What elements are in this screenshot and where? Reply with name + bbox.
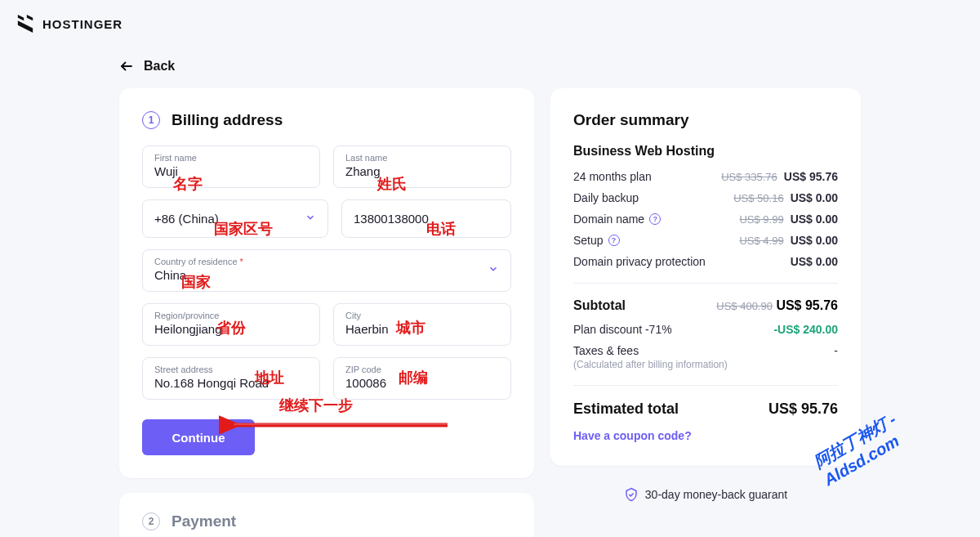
summary-line: Setup?US$ 4.99US$ 0.00 bbox=[573, 234, 838, 247]
guarantee-text: 30-day money-back guarant bbox=[645, 488, 787, 501]
payment-card: 2 Payment bbox=[119, 493, 534, 537]
logo-icon bbox=[16, 15, 34, 33]
summary-line-label: Domain privacy protection bbox=[573, 255, 706, 268]
step-number-2: 2 bbox=[142, 512, 160, 530]
first-name-field[interactable]: First name Wuji bbox=[142, 145, 320, 188]
zip-field[interactable]: ZIP code 100086 bbox=[333, 357, 511, 400]
summary-line: Domain privacy protectionUS$ 0.00 bbox=[573, 255, 838, 268]
info-icon[interactable]: ? bbox=[608, 235, 620, 246]
zip-value: 100086 bbox=[345, 376, 386, 390]
estimated-value: US$ 95.76 bbox=[768, 401, 838, 418]
shield-icon bbox=[624, 487, 639, 502]
discount-value: -US$ 240.00 bbox=[773, 323, 838, 336]
billing-address-card: 1 Billing address First name Wuji Last n… bbox=[119, 88, 534, 478]
summary-line-price: US$ 0.00 bbox=[791, 213, 838, 226]
summary-line-strike: US$ 50.16 bbox=[733, 192, 783, 204]
plan-name: Business Web Hosting bbox=[573, 144, 838, 159]
summary-line: Domain name?US$ 9.99US$ 0.00 bbox=[573, 213, 838, 226]
summary-line-strike: US$ 335.76 bbox=[721, 171, 777, 183]
subtotal-strike: US$ 400.90 bbox=[716, 300, 773, 312]
chevron-down-icon bbox=[305, 212, 316, 226]
summary-line-price: US$ 0.00 bbox=[791, 255, 838, 268]
first-name-value: Wuji bbox=[154, 164, 178, 178]
last-name-field[interactable]: Last name Zhang bbox=[333, 145, 511, 188]
country-label: Country of residence * bbox=[154, 257, 499, 266]
city-field[interactable]: City Haerbin bbox=[333, 303, 511, 346]
phone-code-value: +86 (China) bbox=[154, 212, 219, 226]
summary-line-label: Setup bbox=[573, 234, 604, 247]
summary-line-price: US$ 0.00 bbox=[791, 191, 838, 204]
brand-name: HOSTINGER bbox=[42, 17, 122, 31]
guarantee-row: 30-day money-back guarant bbox=[550, 487, 861, 502]
last-name-value: Zhang bbox=[345, 164, 381, 178]
summary-line: Daily backupUS$ 50.16US$ 0.00 bbox=[573, 191, 838, 204]
region-value: Heilongjiang bbox=[154, 322, 222, 336]
chevron-down-icon bbox=[488, 263, 499, 278]
summary-line-strike: US$ 9.99 bbox=[739, 213, 783, 226]
divider bbox=[573, 385, 838, 386]
city-label: City bbox=[345, 311, 499, 320]
street-label: Street address bbox=[154, 365, 308, 374]
info-icon[interactable]: ? bbox=[649, 213, 661, 225]
country-select[interactable]: Country of residence * China bbox=[142, 249, 511, 292]
order-summary-card: Order summary Business Web Hosting 24 mo… bbox=[550, 88, 861, 466]
subtotal-price: US$ 95.76 bbox=[776, 298, 838, 312]
summary-line: 24 months planUS$ 335.76US$ 95.76 bbox=[573, 170, 838, 183]
payment-title: Payment bbox=[172, 512, 236, 530]
discount-label: Plan discount -71% bbox=[573, 323, 672, 336]
back-label: Back bbox=[144, 59, 175, 74]
arrow-left-icon bbox=[119, 59, 134, 74]
street-field[interactable]: Street address No.168 Hongqi Road bbox=[142, 357, 320, 400]
last-name-label: Last name bbox=[345, 153, 499, 163]
taxes-value: - bbox=[834, 344, 838, 357]
summary-line-strike: US$ 4.99 bbox=[739, 235, 783, 247]
first-name-label: First name bbox=[154, 153, 308, 163]
summary-line-price: US$ 95.76 bbox=[784, 170, 838, 183]
summary-line-label: 24 months plan bbox=[573, 170, 652, 183]
region-field[interactable]: Region/province Heilongjiang bbox=[142, 303, 320, 346]
zip-label: ZIP code bbox=[345, 365, 499, 374]
logo: HOSTINGER bbox=[16, 15, 964, 33]
region-label: Region/province bbox=[154, 311, 308, 320]
header: HOSTINGER bbox=[0, 0, 980, 46]
billing-title: Billing address bbox=[172, 111, 283, 129]
summary-title: Order summary bbox=[573, 111, 838, 129]
taxes-note: (Calculated after billing information) bbox=[573, 359, 838, 370]
coupon-link[interactable]: Have a coupon code? bbox=[573, 429, 692, 442]
subtotal-label: Subtotal bbox=[573, 298, 626, 313]
phone-value: 13800138000 bbox=[354, 212, 429, 226]
estimated-label: Estimated total bbox=[573, 401, 679, 418]
summary-line-label: Daily backup bbox=[573, 191, 639, 204]
street-value: No.168 Hongqi Road bbox=[154, 376, 269, 390]
taxes-label: Taxes & fees bbox=[573, 344, 639, 357]
back-button[interactable]: Back bbox=[119, 59, 980, 74]
step-number-1: 1 bbox=[142, 111, 160, 129]
phone-field[interactable]: 13800138000 bbox=[341, 199, 511, 238]
continue-button[interactable]: Continue bbox=[142, 419, 255, 455]
country-value: China bbox=[154, 268, 186, 282]
divider bbox=[573, 283, 838, 284]
phone-code-select[interactable]: +86 (China) bbox=[142, 199, 328, 238]
summary-line-label: Domain name bbox=[573, 213, 644, 226]
summary-line-price: US$ 0.00 bbox=[791, 234, 838, 247]
city-value: Haerbin bbox=[345, 322, 389, 336]
